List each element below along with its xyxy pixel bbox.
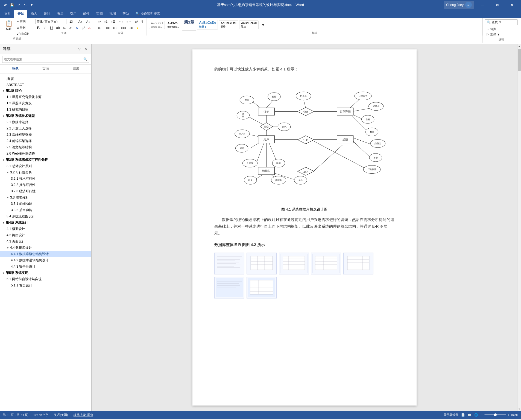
nav-item-ch3-2[interactable]: ▼ 3.2 可行性分析 xyxy=(0,169,91,176)
nav-item-ch2-1[interactable]: 2.1 数据库选择 xyxy=(0,119,91,125)
nav-close-btn[interactable]: ✕ xyxy=(83,46,89,52)
nav-item-ch3-2-3[interactable]: 3.2.3 经济可行性 xyxy=(0,188,91,194)
style-apple-co[interactable]: AaBbCcIapple-co... xyxy=(149,21,165,29)
tab-layout[interactable]: 布局 xyxy=(54,10,67,18)
style-heading1[interactable]: AaBbCcDe标题 1 xyxy=(197,20,218,29)
nav-item-ch2-5[interactable]: 2.5 论文组织结构 xyxy=(0,144,91,150)
nav-item-ch3-3-2[interactable]: 3.3.2 后台功能 xyxy=(0,207,91,213)
view-read-btn[interactable]: 📖 xyxy=(468,413,472,417)
tab-design[interactable]: 设计 xyxy=(40,10,54,18)
scroll-up-btn[interactable]: ▲ xyxy=(517,44,521,48)
nav-item-ch5-1[interactable]: 5.1 网站前台设计与实现 xyxy=(0,276,91,282)
text-effect-btn[interactable]: A xyxy=(74,25,79,31)
nav-item-ch4-4-1[interactable]: 4.4.1 数据库概念结构设计 xyxy=(0,251,91,257)
show-marks-btn[interactable]: ¶ xyxy=(140,19,144,24)
nav-item-ch3-2-2[interactable]: 3.2.2 操作可行性 xyxy=(0,182,91,188)
styles-scroll-down[interactable]: ▼ xyxy=(260,22,266,28)
view-web-btn[interactable]: 🌐 xyxy=(474,413,478,417)
underline-btn[interactable]: U xyxy=(48,25,54,31)
accessibility[interactable]: 辅助功能: 调查 xyxy=(74,413,93,417)
cut-btn[interactable]: ✂剪切 xyxy=(15,19,31,24)
select-btn[interactable]: ▷ 选择 ▼ xyxy=(485,32,518,37)
tab-mail[interactable]: 邮件 xyxy=(80,10,93,18)
zoom-plus[interactable]: + xyxy=(507,413,510,417)
paste-btn[interactable]: 📋 粘贴 xyxy=(3,19,14,36)
justify-btn[interactable]: ≡≡≡ xyxy=(119,25,127,31)
nav-item-ch4-4-2[interactable]: 4.4.2 数据库逻辑结构设计 xyxy=(0,257,91,264)
redo-btn[interactable]: ↪ xyxy=(22,2,28,8)
tab-help[interactable]: 帮助 xyxy=(119,10,132,18)
right-scrollbar[interactable]: ▲ ▼ xyxy=(517,44,521,411)
tab-ref[interactable]: 引用 xyxy=(67,10,80,18)
strikethrough-btn[interactable]: ab xyxy=(55,25,61,31)
num-list-btn[interactable]: ≡1 xyxy=(103,19,109,24)
tab-view[interactable]: 视图 xyxy=(106,10,119,18)
tab-insert[interactable]: 插入 xyxy=(27,10,40,18)
multilevel-list-btn[interactable]: ≡☰ xyxy=(109,19,116,24)
font-increase-btn[interactable]: A↑ xyxy=(77,19,84,24)
font-size-input[interactable] xyxy=(66,19,76,24)
zoom-control[interactable]: − + 100% xyxy=(481,413,518,417)
tab-home[interactable]: 开始 xyxy=(14,10,27,18)
nav-item-ch2-6[interactable]: 2.6 Web服务器选择 xyxy=(0,150,91,157)
nav-item-ch2-4[interactable]: 2.4 前端框架选择 xyxy=(0,138,91,144)
style-caption[interactable]: AaBbCcDdI题注 xyxy=(239,20,259,29)
nav-item-ch1[interactable]: ▼ 第1章 绪论 xyxy=(0,88,91,94)
indent-decrease-btn[interactable]: ←≡ xyxy=(117,19,125,24)
doc-area[interactable]: 的购物车可以快速放入多种奶茶。如图 4.1 所示： xyxy=(92,44,517,411)
nav-item-ch1-1[interactable]: 1.1 课题研究背景及来源 xyxy=(0,94,91,100)
nav-item-ch5-1-1[interactable]: 5.1.1 首页设计 xyxy=(0,282,91,289)
nav-item-ch5[interactable]: ▼ 第5章 系统实现 xyxy=(0,270,91,276)
nav-item-ch3-4[interactable]: 3.4 系统流程图设计 xyxy=(0,213,91,220)
font-color-btn[interactable]: A xyxy=(87,25,92,31)
sort-btn[interactable]: ↕A xyxy=(133,19,140,24)
zoom-slider[interactable] xyxy=(484,414,506,415)
scroll-down-btn[interactable]: ▼ xyxy=(517,407,521,411)
nav-item-ch4-2[interactable]: 4.2 路由设计 xyxy=(0,232,91,238)
nav-item-ch3-3[interactable]: ▼ 3.3 需求分析 xyxy=(0,194,91,201)
align-right-btn[interactable]: ≡→ xyxy=(112,25,119,31)
bullet-list-btn[interactable]: ≡• xyxy=(96,19,102,24)
nav-tab-heading[interactable]: 标题 xyxy=(0,65,30,73)
tab-file[interactable]: 文件 xyxy=(1,10,14,18)
zoom-minus[interactable]: − xyxy=(481,413,483,417)
style-chapter[interactable]: 第1章 xyxy=(182,19,196,31)
nav-item-abstract-ch[interactable]: 摘 要 xyxy=(0,76,91,82)
replace-btn[interactable]: ↔ 替换 xyxy=(485,26,518,32)
nav-item-ch4-1[interactable]: 4.1 概要设计 xyxy=(0,226,91,232)
undo-btn[interactable]: ↩ xyxy=(16,2,21,8)
tab-review[interactable]: 审阅 xyxy=(93,10,106,18)
scroll-thumb[interactable] xyxy=(518,49,521,71)
copy-btn[interactable]: ⧉复制 xyxy=(15,25,31,30)
nav-collapse-btn[interactable]: ▽ xyxy=(77,46,82,52)
align-center-btn[interactable]: ≡≡ xyxy=(105,25,111,31)
nav-search-input[interactable] xyxy=(2,56,89,63)
restore-btn[interactable]: ⧉ xyxy=(491,1,504,9)
save-quick-btn[interactable]: 💾 xyxy=(9,2,15,8)
style-tlid-trans[interactable]: AaBbCcItlid-trans... xyxy=(166,21,181,29)
nav-item-ch4-3[interactable]: 4.3 页面设计 xyxy=(0,238,91,245)
nav-item-ch4[interactable]: ▼ 第4章 系统设计 xyxy=(0,220,91,226)
close-btn[interactable]: ✕ xyxy=(506,1,518,9)
format-paint-btn[interactable]: 🖌格式刷 xyxy=(15,31,31,36)
font-name-input[interactable] xyxy=(35,19,65,24)
indent-increase-btn[interactable]: ≡→ xyxy=(125,19,133,24)
nav-item-ch3-1[interactable]: 3.1 总体设计原则 xyxy=(0,163,91,169)
nav-tab-page[interactable]: 页面 xyxy=(30,65,61,73)
nav-item-ch3[interactable]: ▼ 第3章 系统需求和可行性分析 xyxy=(0,157,91,163)
line-spacing-btn[interactable]: ↕≡ xyxy=(128,25,134,31)
tab-search[interactable]: 🔍 操作说明搜索 xyxy=(132,10,163,18)
nav-item-ch4-4[interactable]: ▼ 4.4 数据库设计 xyxy=(0,245,91,251)
nav-item-ch1-3[interactable]: 1.3 研究的目标 xyxy=(0,107,91,113)
view-print-btn[interactable]: 📄 xyxy=(461,413,465,417)
minimize-btn[interactable]: ─ xyxy=(476,1,489,9)
subscript-btn[interactable]: X₂ xyxy=(62,25,67,31)
nav-item-abstract-en[interactable]: ABSTRACT xyxy=(0,82,91,88)
nav-tab-result[interactable]: 结果 xyxy=(61,65,91,73)
superscript-btn[interactable]: X² xyxy=(68,25,74,31)
font-decrease-btn[interactable]: A↓ xyxy=(85,19,92,24)
nav-item-ch1-2[interactable]: 1.2 课题研究意义 xyxy=(0,100,91,107)
nav-item-ch3-3-1[interactable]: 3.3.1 前端功能 xyxy=(0,201,91,207)
bold-btn[interactable]: B xyxy=(35,25,41,31)
nav-item-ch4-4-3[interactable]: 4.4.3 安全性设计 xyxy=(0,264,91,270)
